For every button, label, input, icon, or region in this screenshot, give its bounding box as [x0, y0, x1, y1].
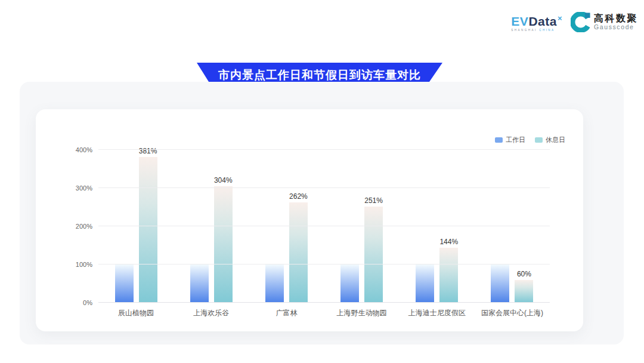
page: EVData× SHANGHAI CHINA 高科数聚 Gausscode 市内… [0, 0, 644, 363]
bar-group: 304%上海欢乐谷 [174, 150, 249, 303]
bar-workday[interactable] [491, 264, 509, 303]
chart-card: 工作日 休息日 0%100%200%300%400% 381%辰山植物园304%… [36, 109, 583, 331]
gausscode-cn-name: 高科数聚 [594, 13, 638, 24]
gausscode-en-name: Gausscode [594, 24, 638, 31]
bar-group: 262%广富林 [249, 150, 324, 303]
bar-group: 144%上海迪士尼度假区 [400, 150, 475, 303]
evdata-subtitle-right: CHINA [539, 29, 555, 32]
legend-label-restday: 休息日 [546, 136, 565, 144]
legend-swatch-restday [535, 137, 543, 143]
legend-label-workday: 工作日 [506, 136, 525, 144]
evdata-subtitle: SHANGHAI CHINA [511, 29, 562, 32]
bar-restday[interactable] [515, 280, 533, 303]
brand-logos: EVData× SHANGHAI CHINA 高科数聚 Gausscode [511, 12, 638, 32]
gausscode-text: 高科数聚 Gausscode [594, 13, 638, 30]
bar-restday[interactable] [139, 157, 157, 303]
bar-group: 381%辰山植物园 [98, 150, 174, 303]
bar-workday[interactable] [340, 264, 359, 303]
gausscode-g-icon [571, 12, 591, 32]
bar-value-label: 144% [439, 238, 458, 245]
bar-value-label: 262% [289, 193, 308, 200]
bar-value-label: 304% [214, 177, 233, 184]
plot-area: 381%辰山植物园304%上海欢乐谷262%广富林251%上海野生动物园144%… [98, 150, 550, 303]
bar-value-label: 60% [517, 270, 531, 278]
evdata-x-icon: × [558, 14, 562, 23]
bar-value-label: 381% [139, 147, 157, 155]
evdata-subtitle-left: SHANGHAI [511, 29, 537, 32]
evdata-data-text: Data [528, 14, 557, 28]
bar-workday[interactable] [416, 264, 434, 303]
chart-title: 市内景点工作日和节假日到访车量对比 [218, 67, 421, 83]
x-axis-label: 国家会展中心(上海) [463, 308, 562, 318]
legend-item-restday[interactable]: 休息日 [535, 136, 565, 144]
evdata-logo: EVData× SHANGHAI CHINA [511, 14, 562, 32]
bar-restday[interactable] [439, 248, 458, 303]
bar-group: 251%上海野生动物园 [324, 150, 400, 303]
y-axis: 0%100%200%300%400% [36, 150, 92, 303]
gridline [98, 149, 550, 150]
gridline [98, 264, 550, 264]
gridline [98, 302, 550, 303]
bar-value-label: 251% [364, 197, 383, 204]
evdata-ev-text: EV [511, 14, 528, 28]
bar-group: 60%国家会展中心(上海) [475, 150, 550, 303]
bar-restday[interactable] [364, 207, 383, 303]
bar-groups: 381%辰山植物园304%上海欢乐谷262%广富林251%上海野生动物园144%… [98, 150, 550, 303]
evdata-wordmark: EVData× [511, 14, 562, 27]
y-tick-label: 400% [76, 146, 92, 154]
y-tick-label: 300% [76, 184, 92, 192]
y-tick-label: 100% [76, 260, 92, 269]
gridline [98, 187, 550, 188]
legend-item-workday[interactable]: 工作日 [495, 136, 525, 144]
y-tick-label: 200% [76, 222, 92, 230]
gridline [98, 226, 550, 226]
bar-workday[interactable] [265, 264, 284, 303]
legend-swatch-workday [495, 137, 503, 143]
chart-panel: 工作日 休息日 0%100%200%300%400% 381%辰山植物园304%… [20, 82, 624, 344]
y-tick-label: 0% [83, 299, 92, 307]
chart-legend: 工作日 休息日 [495, 136, 565, 144]
bar-workday[interactable] [190, 264, 209, 303]
bar-restday[interactable] [214, 186, 233, 303]
gausscode-logo: 高科数聚 Gausscode [571, 12, 638, 32]
bar-workday[interactable] [115, 264, 134, 303]
bar-restday[interactable] [289, 202, 308, 303]
